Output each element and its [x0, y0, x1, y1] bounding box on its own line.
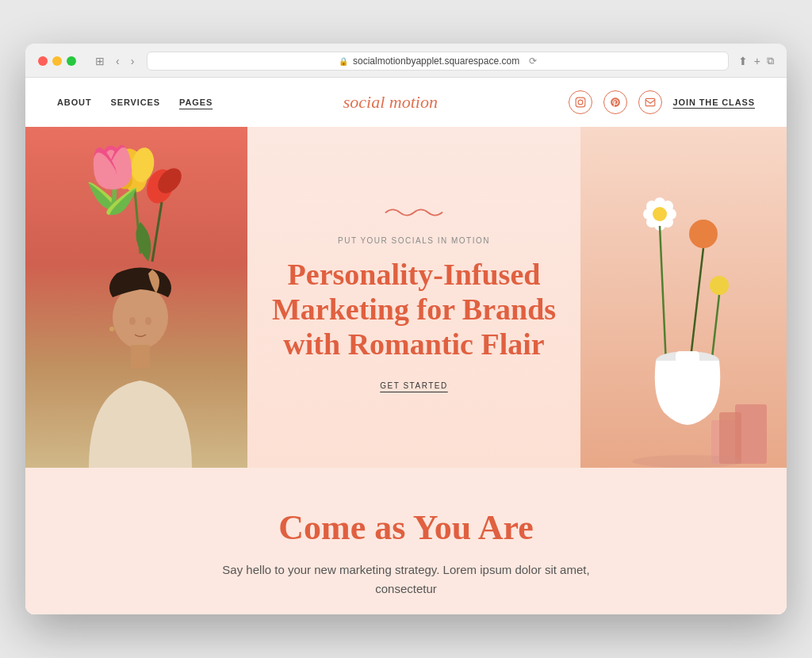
lock-icon: 🔒: [339, 57, 348, 66]
hero-center: PUT YOUR SOCIALS IN MOTION Personality-I…: [247, 127, 580, 468]
vase-scene: [580, 127, 787, 468]
svg-point-28: [689, 220, 718, 248]
nav-services[interactable]: SERVICES: [111, 98, 160, 107]
url-text: socialmotionbyapplet.squarespace.com: [353, 55, 519, 67]
reload-icon[interactable]: ⟳: [529, 55, 537, 67]
svg-point-1: [578, 100, 583, 105]
svg-point-8: [104, 155, 138, 193]
hero-right-image: [580, 127, 787, 468]
navigation: ABOUT SERVICES PAGES social motion: [25, 78, 787, 127]
svg-point-17: [109, 327, 114, 331]
nav-about[interactable]: ABOUT: [57, 98, 92, 107]
new-tab-icon[interactable]: +: [754, 55, 760, 67]
back-button[interactable]: ‹: [113, 53, 123, 69]
website-content: ABOUT SERVICES PAGES social motion: [25, 78, 787, 614]
svg-rect-34: [676, 351, 699, 365]
browser-window: ⊞ ‹ › 🔒 socialmotionbyapplet.squarespace…: [25, 44, 787, 614]
squiggle-decoration: [382, 205, 446, 224]
hero-title: Personality-Infused Marketing for Brands…: [271, 258, 557, 362]
email-icon[interactable]: [638, 90, 662, 114]
close-button[interactable]: [38, 56, 48, 66]
svg-point-6: [113, 145, 151, 195]
nav-left: ABOUT SERVICES PAGES: [57, 98, 213, 107]
forward-button[interactable]: ›: [128, 53, 138, 69]
browser-chrome: ⊞ ‹ › 🔒 socialmotionbyapplet.squarespace…: [25, 44, 787, 78]
get-started-button[interactable]: GET STARTED: [380, 381, 447, 390]
address-bar[interactable]: 🔒 socialmotionbyapplet.squarespace.com ⟳: [147, 52, 728, 71]
browser-controls: ⊞ ‹ ›: [92, 53, 137, 69]
woman-photo: [25, 127, 247, 468]
nav-right: JOIN THE CLASS: [569, 90, 755, 114]
browser-actions: ⬆ + ⧉: [738, 55, 774, 67]
svg-point-2: [582, 99, 583, 100]
svg-rect-37: [719, 412, 741, 464]
svg-rect-3: [645, 98, 655, 105]
svg-point-13: [113, 285, 168, 349]
svg-rect-0: [576, 98, 585, 107]
maximize-button[interactable]: [67, 56, 76, 66]
come-section: Come as You Are Say hello to your new ma…: [25, 468, 787, 614]
hero-section: PUT YOUR SOCIALS IN MOTION Personality-I…: [25, 127, 787, 468]
svg-point-38: [632, 455, 743, 468]
nav-pages[interactable]: PAGES: [179, 98, 213, 107]
svg-point-15: [129, 317, 136, 325]
svg-point-27: [653, 207, 667, 221]
share-icon[interactable]: ⬆: [738, 55, 748, 67]
minimize-button[interactable]: [52, 56, 62, 66]
svg-rect-14: [131, 345, 150, 369]
come-section-body: Say hello to your new marketing strategy…: [208, 560, 604, 599]
svg-point-16: [145, 317, 151, 325]
site-logo[interactable]: social motion: [343, 92, 438, 113]
tabs-icon[interactable]: ⧉: [767, 55, 774, 67]
hero-subheading: PUT YOUR SOCIALS IN MOTION: [338, 236, 490, 245]
hero-left-image: [25, 127, 247, 468]
come-section-title: Come as You Are: [57, 507, 755, 548]
instagram-icon[interactable]: [569, 90, 592, 114]
window-icon[interactable]: ⊞: [92, 53, 108, 69]
join-class-button[interactable]: JOIN THE CLASS: [673, 98, 755, 107]
pinterest-icon[interactable]: [603, 90, 627, 114]
svg-point-29: [710, 276, 729, 295]
traffic-lights: [38, 56, 76, 66]
